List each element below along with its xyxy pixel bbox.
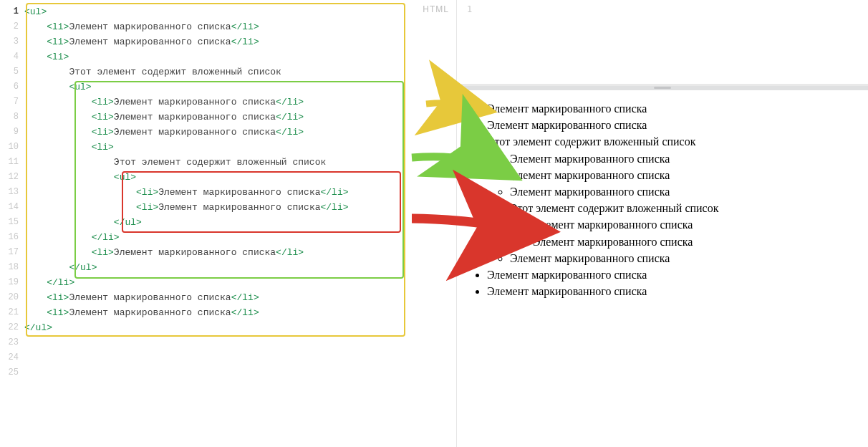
- line-number: 15: [0, 215, 24, 230]
- line-number: 10: [0, 140, 24, 155]
- code-line: <li>: [24, 140, 456, 155]
- code-line: [24, 350, 456, 365]
- code-line: <li>Элемент маркированного списка</li>: [24, 95, 456, 110]
- code-line: <li>Элемент маркированного списка</li>: [24, 125, 456, 140]
- code-line: <li>Элемент маркированного списка</li>: [24, 200, 456, 215]
- code-line: Этот элемент содержит вложенный список: [24, 64, 456, 80]
- code-line: <li>: [24, 49, 456, 64]
- list-item: Элемент маркированного списка: [533, 216, 861, 233]
- list-item: Элемент маркированного списка: [487, 100, 861, 117]
- list-item: Элемент маркированного списка: [510, 150, 861, 167]
- code-line: <li>Элемент маркированного списка</li>: [24, 19, 456, 34]
- line-number: 18: [0, 260, 24, 275]
- code-line: <li>Элемент маркированного списка</li>: [24, 110, 456, 125]
- line-number: 4: [0, 49, 24, 64]
- line-number: 20: [0, 290, 24, 305]
- code-line: <li>Элемент маркированного списка</li>: [24, 34, 456, 49]
- code-editor-pane[interactable]: 1234567891011121314151617181920212223242…: [0, 0, 457, 447]
- list-item: Элемент маркированного списка: [510, 183, 861, 200]
- line-number: 2: [0, 19, 24, 34]
- language-badge: HTML: [423, 4, 449, 14]
- code-line: <ul>: [24, 4, 456, 19]
- line-number: 7: [0, 95, 24, 110]
- line-number: 13: [0, 185, 24, 200]
- preview-pane: 1 Элемент маркированного списка Элемент …: [457, 0, 868, 447]
- line-number: 1: [0, 4, 24, 19]
- preview-line-number: 1: [467, 4, 472, 14]
- line-number: 23: [0, 335, 24, 350]
- code-line: Этот элемент содержит вложенный список: [24, 155, 456, 170]
- line-number: 24: [0, 350, 24, 365]
- preview-top-empty: 1: [457, 0, 868, 86]
- code-line: <ul>: [24, 170, 456, 185]
- code-line: <li>Элемент маркированного списка</li>: [24, 185, 456, 200]
- code-line: <ul>: [24, 80, 456, 95]
- line-number-gutter: 1234567891011121314151617181920212223242…: [0, 0, 24, 447]
- code-line: </li>: [24, 275, 456, 290]
- code-line: [24, 335, 456, 350]
- list-item: Элемент маркированного списка: [487, 266, 861, 283]
- list-item: Элемент маркированного списка: [487, 117, 861, 133]
- line-number: 6: [0, 80, 24, 95]
- list-level-2: Элемент маркированного списка Элемент ма…: [487, 150, 861, 266]
- code-line: </ul>: [24, 215, 456, 230]
- line-number: 14: [0, 200, 24, 215]
- line-number: 19: [0, 275, 24, 290]
- line-number: 16: [0, 230, 24, 245]
- list-item: Элемент маркированного списка: [510, 167, 861, 183]
- code-line: <li>Элемент маркированного списка</li>: [24, 245, 456, 260]
- code-line: </ul>: [24, 320, 456, 335]
- list-item-nested: Этот элемент содержит вложенный список Э…: [510, 200, 861, 250]
- list-item-label: Этот элемент содержит вложенный список: [487, 135, 695, 148]
- list-item-nested: Этот элемент содержит вложенный список Э…: [487, 133, 861, 266]
- list-item: Элемент маркированного списка: [487, 283, 861, 299]
- line-number: 17: [0, 245, 24, 260]
- code-line: [24, 365, 456, 380]
- code-line: </ul>: [24, 260, 456, 275]
- line-number: 3: [0, 34, 24, 49]
- list-item: Элемент маркированного списка: [533, 234, 861, 250]
- code-line: <li>Элемент маркированного списка</li>: [24, 305, 456, 320]
- line-number: 9: [0, 125, 24, 140]
- code-area[interactable]: <ul> <li>Элемент маркированного списка</…: [24, 4, 456, 380]
- list-item: Элемент маркированного списка: [510, 250, 861, 266]
- code-line: <li>Элемент маркированного списка</li>: [24, 290, 456, 305]
- rendered-output: Элемент маркированного списка Элемент ма…: [457, 90, 868, 447]
- list-level-3: Элемент маркированного списка Элемент ма…: [510, 216, 861, 249]
- line-number: 21: [0, 305, 24, 320]
- list-item-label: Этот элемент содержит вложенный список: [510, 202, 718, 214]
- line-number: 12: [0, 170, 24, 185]
- line-number: 11: [0, 155, 24, 170]
- line-number: 5: [0, 64, 24, 80]
- code-line: </li>: [24, 230, 456, 245]
- list-level-1: Элемент маркированного списка Элемент ма…: [464, 100, 861, 299]
- line-number: 25: [0, 365, 24, 380]
- line-number: 8: [0, 110, 24, 125]
- line-number: 22: [0, 320, 24, 335]
